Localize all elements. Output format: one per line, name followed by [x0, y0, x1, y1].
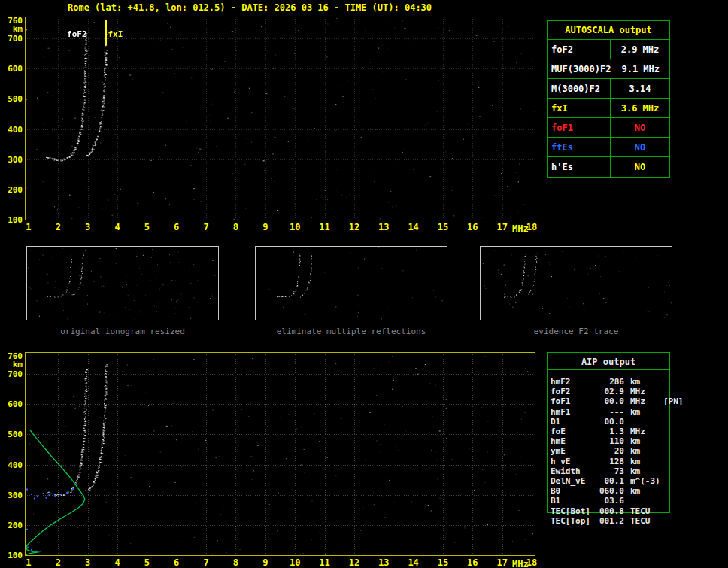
x-axis-tick: 5	[144, 222, 150, 232]
y-axis-unit-label: km	[3, 360, 23, 369]
x-axis-tick: 7	[203, 557, 208, 568]
y-axis-tick: 600	[3, 64, 23, 74]
autoscala-parameter-value: 2.9 MHz	[611, 40, 669, 59]
x-axis-tick: 17	[496, 222, 507, 232]
aip-parameter-unit: km	[624, 446, 663, 456]
autoscala-parameter-value: 9.1 MHz	[611, 59, 669, 78]
aip-parameter-unit: km	[624, 457, 663, 466]
aip-parameter-unit	[624, 496, 663, 506]
aip-row-TEC[Bot]: TEC[Bot]000.8TECU	[551, 506, 667, 516]
x-axis-tick: 4	[114, 222, 120, 232]
x-axis-tick: 2	[56, 557, 61, 568]
aip-parameter-label: Ewidth	[551, 466, 599, 476]
aip-parameter-value: 02.9	[599, 387, 624, 396]
thumbnail-canvas	[481, 247, 672, 320]
aip-parameter-value: ---	[599, 407, 624, 417]
aip-parameter-unit: km	[624, 377, 663, 387]
autoscala-rows: foF22.9 MHzMUF(3000)F29.1 MHzM(3000)F23.…	[548, 40, 669, 177]
y-axis-unit-label: km	[3, 24, 23, 34]
y-axis-tick: 300	[3, 491, 23, 500]
autoscala-row-h'Es: h'EsNO	[548, 157, 669, 177]
aip-parameter-value: 03.6	[599, 496, 624, 506]
x-axis-tick: 9	[262, 222, 268, 232]
thumbnail-caption: eliminate multiple reflections	[255, 327, 447, 336]
aip-row-foF1: foF100.0MHz[PN]	[551, 396, 667, 406]
autoscala-parameter-label: foF2	[548, 40, 611, 59]
x-axis-tick: 11	[319, 557, 329, 568]
autoscala-parameter-label: ftEs	[548, 138, 611, 156]
x-axis-tick: 3	[85, 557, 90, 568]
autoscala-parameter-value: 3.6 MHz	[611, 99, 669, 117]
aip-parameter-unit: km	[624, 407, 663, 417]
x-axis-tick: 15	[438, 222, 448, 232]
aip-row-Ewidth: Ewidth73km	[551, 466, 667, 476]
x-axis-unit-label: MHz	[512, 559, 529, 568]
aip-parameter-value: 001.2	[599, 516, 624, 526]
autoscala-parameter-label: foF1	[548, 118, 611, 137]
y-axis-tick: 100	[3, 551, 23, 560]
y-axis-tick: 500	[3, 94, 23, 104]
x-axis-tick: 5	[144, 557, 150, 568]
aip-output-panel: AIP output hmF2286kmfoF202.9MHzfoF100.0M…	[547, 352, 670, 533]
x-axis-tick: 1	[26, 557, 31, 568]
aip-parameter-label: foF1	[551, 396, 599, 406]
autoscala-parameter-label: MUF(3000)F2	[548, 59, 611, 78]
aip-parameter-value: 20	[599, 446, 624, 456]
thumbnail-canvas	[256, 247, 447, 320]
x-axis-tick: 2	[56, 222, 61, 232]
aip-row-hmE: hmE110km	[551, 436, 667, 446]
aip-parameter-label: DelN_vE	[551, 476, 599, 486]
aip-parameter-unit: m^(-3)	[624, 476, 663, 486]
station-date-time-header: Rome (lat: +41.8, lon: 012.5) - DATE: 20…	[68, 2, 432, 13]
x-axis-tick: 8	[233, 222, 238, 232]
thumbnail-caption: original ionogram resized	[26, 327, 219, 336]
x-axis-tick: 17	[496, 557, 507, 568]
ionogram-canvas	[26, 17, 535, 220]
thumbnail-f2-trace-evidence	[480, 246, 672, 320]
aip-parameter-unit: km	[624, 436, 663, 446]
aip-parameter-value: 128	[599, 457, 624, 466]
thumbnail-canvas	[27, 247, 218, 320]
restored-ionogram-canvas	[26, 353, 535, 555]
aip-parameter-unit: km	[624, 486, 663, 496]
autoscala-output-panel: AUTOSCALA output foF22.9 MHzMUF(3000)F29…	[547, 20, 670, 178]
aip-parameter-label: B1	[551, 496, 599, 506]
thumbnail-caption: evidence F2 trace	[480, 327, 672, 336]
aip-parameter-label: ymE	[551, 446, 599, 456]
autoscala-parameter-value: NO	[611, 138, 669, 156]
autoscala-row-foF2: foF22.9 MHz	[548, 40, 669, 59]
aip-parameter-value: 00.0	[599, 396, 624, 406]
y-axis-tick: 200	[3, 185, 23, 195]
aip-parameter-label: hmE	[551, 436, 599, 446]
autoscala-ionogram-screen: Rome (lat: +41.8, lon: 012.5) - DATE: 20…	[0, 0, 728, 568]
aip-parameter-unit: TECU	[624, 516, 663, 526]
x-axis-tick: 13	[378, 222, 389, 232]
x-axis-tick: 7	[203, 222, 208, 232]
autoscala-row-M(3000)F2: M(3000)F23.14	[548, 79, 669, 99]
aip-parameter-unit: TECU	[624, 506, 663, 516]
x-axis-tick: 15	[438, 557, 448, 568]
aip-parameter-value: 000.8	[599, 506, 624, 516]
y-axis-tick: 400	[3, 460, 23, 470]
x-axis-tick: 6	[174, 222, 179, 232]
aip-parameter-label: foE	[551, 427, 599, 436]
aip-parameter-value: 060.0	[599, 486, 624, 496]
x-axis-tick: 14	[408, 557, 418, 568]
aip-parameter-unit	[624, 417, 663, 427]
autoscala-row-MUF(3000)F2: MUF(3000)F29.1 MHz	[548, 59, 669, 79]
aip-parameter-label: TEC[Bot]	[551, 506, 599, 516]
x-axis-tick: 12	[349, 222, 359, 232]
ionogram-plot	[25, 17, 535, 220]
aip-row-D1: D100.0	[551, 417, 667, 427]
aip-parameter-unit: MHz	[624, 427, 663, 436]
x-axis-tick: 8	[233, 557, 238, 568]
aip-parameter-value: 286	[599, 377, 624, 387]
restored-ionogram-plot	[25, 352, 535, 556]
x-axis-tick: 13	[378, 557, 389, 568]
aip-parameter-value: 00.0	[599, 417, 624, 427]
x-axis-tick: 10	[290, 557, 300, 568]
x-axis-tick: 1	[26, 222, 31, 232]
x-axis-tick: 4	[114, 557, 120, 568]
x-axis-tick: 3	[85, 222, 90, 232]
aip-row-TEC[Top]: TEC[Top]001.2TECU	[551, 516, 667, 526]
